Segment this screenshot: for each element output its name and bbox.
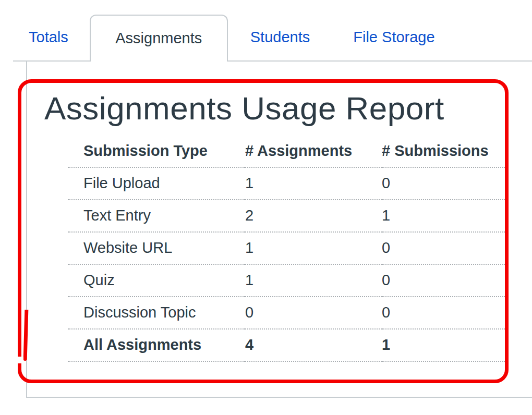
cell-num-submissions: 1 (382, 200, 505, 232)
table-header-row: Submission Type # Assignments # Submissi… (68, 141, 505, 167)
table-row: Website URL 1 0 (68, 232, 505, 264)
table-row: Quiz 1 0 (68, 264, 505, 297)
cell-num-assignments: 0 (245, 297, 382, 329)
assignments-tab-panel: Assignments Usage Report Submission Type… (26, 62, 532, 398)
table-row: Discussion Topic 0 0 (68, 297, 505, 329)
table-row-total: All Assignments 4 1 (68, 329, 505, 361)
cell-num-submissions: 0 (382, 297, 505, 329)
cell-num-assignments: 2 (245, 200, 382, 232)
tab-totals[interactable]: Totals (29, 29, 68, 46)
column-header-num-assignments: # Assignments (245, 141, 382, 167)
cell-num-assignments: 1 (245, 167, 382, 200)
cell-submission-type: File Upload (68, 167, 245, 200)
tab-file-storage[interactable]: File Storage (353, 29, 434, 46)
cell-num-submissions: 0 (382, 232, 505, 264)
cell-num-submissions: 0 (382, 167, 505, 200)
table-row: Text Entry 2 1 (68, 200, 505, 232)
table-row: File Upload 1 0 (68, 167, 505, 200)
tab-bar: Totals Assignments Students File Storage (13, 0, 532, 62)
cell-num-assignments: 1 (245, 264, 382, 297)
page-title: Assignments Usage Report (44, 90, 532, 127)
cell-num-submissions: 0 (382, 264, 505, 297)
cell-submission-type: Discussion Topic (68, 297, 245, 329)
cell-num-assignments: 4 (245, 329, 382, 361)
column-header-submission-type: Submission Type (68, 141, 245, 167)
cell-num-submissions: 1 (382, 329, 505, 361)
column-header-num-submissions: # Submissions (382, 141, 505, 167)
assignments-usage-table: Submission Type # Assignments # Submissi… (68, 141, 505, 362)
cell-submission-type: Quiz (68, 264, 245, 297)
cell-submission-type: All Assignments (68, 329, 245, 361)
course-statistics-tabs: Totals Assignments Students File Storage… (13, 0, 532, 398)
tab-assignments[interactable]: Assignments (90, 15, 228, 62)
tab-students[interactable]: Students (250, 29, 310, 46)
cell-submission-type: Website URL (68, 232, 245, 264)
cell-submission-type: Text Entry (68, 200, 245, 232)
cell-num-assignments: 1 (245, 232, 382, 264)
